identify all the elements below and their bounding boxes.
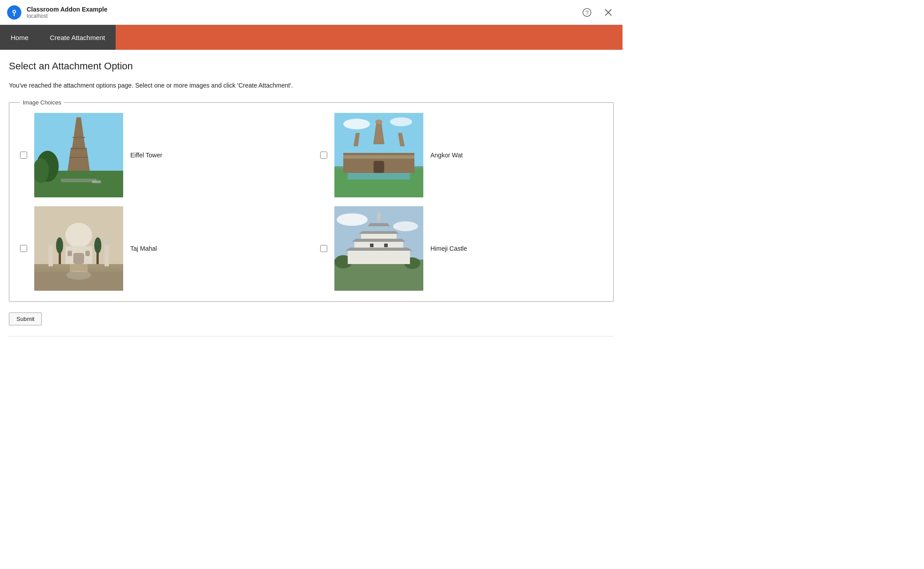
svg-text:?: ? [585, 9, 588, 16]
list-item: Angkor Wat [320, 113, 603, 197]
svg-marker-58 [368, 223, 390, 226]
himeji-castle-image [334, 206, 423, 291]
fieldset-legend: Image Choices [20, 99, 64, 106]
svg-point-45 [66, 271, 91, 280]
svg-marker-57 [359, 231, 399, 234]
title-bar-left: Classroom Addon Example localhost [7, 5, 108, 20]
svg-point-34 [94, 237, 101, 253]
eiffel-tower-image [34, 113, 123, 197]
main-content: Select an Attachment Option You've reach… [0, 50, 623, 347]
svg-point-47 [337, 213, 368, 226]
title-bar: Classroom Addon Example localhost ? [0, 0, 623, 25]
svg-point-1 [13, 11, 15, 12]
submit-button[interactable]: Submit [9, 313, 42, 325]
svg-rect-42 [68, 251, 72, 256]
nav-item-create-attachment[interactable]: Create Attachment [39, 25, 116, 50]
svg-rect-60 [378, 212, 380, 216]
svg-point-38 [48, 236, 53, 245]
bottom-divider [9, 336, 614, 337]
himeji-castle-label: Himeji Castle [430, 245, 467, 252]
app-title-group: Classroom Addon Example localhost [27, 6, 108, 19]
title-bar-right: ? [580, 5, 615, 20]
nav-bar: Home Create Attachment [0, 25, 623, 50]
list-item: Taj Mahal [20, 206, 302, 291]
nav-accent [116, 25, 623, 50]
svg-point-40 [104, 236, 109, 245]
svg-rect-15 [61, 179, 96, 182]
svg-rect-62 [384, 244, 388, 247]
nav-item-home[interactable]: Home [0, 25, 39, 50]
app-subtitle: localhost [27, 13, 108, 19]
svg-rect-41 [73, 253, 84, 264]
svg-point-32 [56, 237, 63, 253]
svg-rect-61 [370, 244, 374, 247]
svg-point-35 [65, 223, 92, 248]
svg-marker-11 [68, 148, 90, 171]
svg-rect-37 [48, 242, 53, 266]
close-button[interactable] [601, 5, 615, 20]
svg-point-19 [390, 117, 412, 126]
list-item: Eiffel Tower [20, 113, 302, 197]
page-description: You've reached the attachment options pa… [9, 81, 614, 90]
svg-point-18 [343, 119, 370, 129]
page-heading: Select an Attachment Option [9, 60, 614, 72]
eiffel-tower-checkbox[interactable] [20, 152, 27, 159]
angkor-wat-image [334, 113, 423, 197]
help-button[interactable]: ? [580, 5, 594, 20]
svg-marker-56 [352, 239, 406, 242]
svg-rect-16 [92, 180, 101, 183]
taj-mahal-checkbox[interactable] [20, 245, 27, 252]
app-title: Classroom Addon Example [27, 6, 108, 13]
image-grid: Eiffel Tower [20, 113, 603, 291]
svg-point-48 [393, 221, 418, 231]
app-icon [7, 5, 21, 20]
svg-rect-28 [343, 155, 414, 159]
taj-mahal-label: Taj Mahal [130, 245, 157, 252]
svg-rect-43 [85, 251, 90, 256]
eiffel-tower-label: Eiffel Tower [130, 152, 162, 159]
list-item: Himeji Castle [320, 206, 603, 291]
angkor-wat-checkbox[interactable] [320, 152, 327, 159]
svg-rect-39 [104, 242, 109, 266]
svg-marker-55 [345, 248, 412, 251]
taj-mahal-image [34, 206, 123, 291]
himeji-castle-checkbox[interactable] [320, 245, 327, 252]
angkor-wat-label: Angkor Wat [430, 152, 463, 159]
svg-point-24 [375, 120, 382, 124]
svg-rect-27 [374, 161, 384, 173]
image-choices-fieldset: Image Choices [9, 99, 614, 302]
